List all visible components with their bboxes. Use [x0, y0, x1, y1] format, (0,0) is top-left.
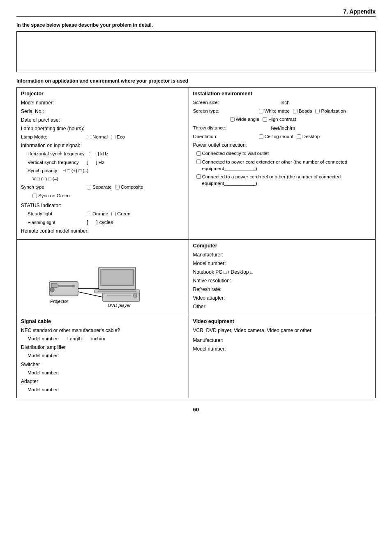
- page-header: 7. Appendix: [16, 8, 376, 17]
- dvd-label: DVD player: [108, 303, 131, 308]
- power-extender-label: Connected to power cord extender or othe…: [202, 159, 368, 172]
- throw-label: Throw distance:: [193, 125, 259, 132]
- info-section-label: Information on application and environme…: [16, 78, 376, 84]
- synch-green-label: Sync on Green: [38, 192, 70, 199]
- synch-polarity-h: H □ (+) □ (–): [62, 168, 88, 173]
- steady-light-row: Steady light Orange Green: [21, 210, 184, 217]
- screen-beads-input[interactable]: [293, 109, 297, 113]
- computer-notebook-row: Notebook PC □ / Desktop □: [193, 268, 371, 276]
- problem-section-label: In the space below please describe your …: [16, 22, 376, 28]
- orientation-ceiling-label: Ceiling mount: [265, 133, 293, 140]
- adapter-model-row: Model number:: [21, 386, 184, 393]
- switcher-model-label: Model number:: [28, 370, 59, 375]
- orientation-desktop-input[interactable]: [297, 134, 301, 139]
- remote-control-row: Remote control model number:: [21, 227, 184, 235]
- screen-polarization-input[interactable]: [315, 109, 320, 113]
- switcher-label: Switcher: [21, 361, 40, 368]
- problem-text-area[interactable]: [16, 31, 376, 72]
- svg-rect-1: [51, 284, 57, 288]
- diagram-panel: Projector PC DVD player: [16, 240, 189, 315]
- synch-separate-input[interactable]: [87, 185, 91, 189]
- power-outlet-row: Power outlet connection:: [193, 141, 371, 149]
- svg-rect-11: [134, 294, 137, 297]
- projector-panel: Projector Model number: Serial No.: Date…: [16, 87, 189, 240]
- switcher-row: Switcher: [21, 361, 184, 368]
- screen-wide-input[interactable]: [230, 117, 235, 122]
- power-reel-checkbox[interactable]: Connected to a power cord reel or other …: [196, 173, 368, 187]
- power-extender-row: Connected to power cord extender or othe…: [193, 159, 371, 172]
- synch-polarity-row: Synch polarity H □ (+) □ (–): [21, 167, 184, 174]
- orientation-ceiling-input[interactable]: [259, 134, 263, 139]
- video-manufacturer-label: Manufacturer:: [193, 337, 224, 344]
- synch-polarity-label: Synch polarity: [28, 168, 57, 173]
- lamp-mode-row: Lamp Mode: Normal Eco: [21, 134, 184, 141]
- adapter-label: Adapter: [21, 378, 38, 385]
- synch-composite-label: Composite: [121, 184, 143, 191]
- power-reel-input[interactable]: [196, 174, 201, 179]
- lamp-normal-input[interactable]: [87, 135, 91, 139]
- lamp-eco-input[interactable]: [111, 135, 115, 139]
- synch-green-input[interactable]: [32, 194, 37, 198]
- screen-wide-checkbox[interactable]: Wide angle: [230, 116, 260, 123]
- video-equipment-header: Video equipment: [193, 319, 371, 324]
- h-synch-row: Horizontal synch frequency [ ] kHz: [21, 150, 184, 157]
- screen-polarization-checkbox[interactable]: Polarization: [315, 108, 346, 115]
- orientation-label: Orientation:: [193, 133, 259, 140]
- v-synch-unit: Hz: [99, 160, 104, 165]
- synch-separate-checkbox[interactable]: Separate: [87, 184, 112, 191]
- installation-header: Installation environment: [193, 91, 371, 97]
- synch-type-row: Synch type Separate Composite: [21, 184, 184, 191]
- native-res-row: Native resolution:: [193, 277, 371, 284]
- top-section: Projector Model number: Serial No.: Date…: [16, 87, 376, 240]
- power-wall-checkbox[interactable]: Connected directly to wall outlet: [196, 150, 269, 157]
- nec-cable-label: NEC standard or other manufacturer's cab…: [21, 327, 120, 334]
- video-desc: VCR, DVD player, Video camera, Video gam…: [193, 327, 311, 334]
- screen-type-row2: Wide angle High contrast: [193, 116, 371, 123]
- svg-rect-8: [98, 291, 136, 292]
- orientation-row: Orientation: Ceiling mount Desktop: [193, 133, 371, 140]
- svg-rect-2: [58, 285, 75, 287]
- power-wall-label: Connected directly to wall outlet: [202, 150, 269, 157]
- power-extender-checkbox[interactable]: Connected to power cord extender or othe…: [196, 159, 368, 172]
- synch-composite-checkbox[interactable]: Composite: [115, 184, 143, 191]
- steady-orange-checkbox[interactable]: Orange: [87, 210, 108, 217]
- synch-green-checkbox[interactable]: Sync on Green: [32, 192, 70, 199]
- cable-length-label: Length:: [67, 335, 83, 342]
- computer-manufacturer-label: Manufacturer:: [193, 251, 224, 259]
- video-adapter-row: Video adapter:: [193, 294, 371, 302]
- date-label: Date of purchase:: [21, 116, 60, 124]
- bottom-section: Signal cable NEC standard or other manuf…: [16, 315, 376, 398]
- screen-high-checkbox[interactable]: High contrast: [263, 116, 296, 123]
- screen-high-input[interactable]: [263, 117, 267, 122]
- middle-section: Projector PC DVD player: [16, 240, 376, 315]
- screen-white-input[interactable]: [259, 109, 263, 113]
- chapter-title: 7. Appendix: [343, 8, 376, 15]
- orientation-ceiling-checkbox[interactable]: Ceiling mount: [259, 133, 293, 140]
- power-wall-input[interactable]: [196, 151, 201, 156]
- cable-length-unit: inch/m: [91, 335, 105, 342]
- diagram-container: Projector PC DVD player: [21, 245, 184, 310]
- screen-beads-checkbox[interactable]: Beads: [293, 108, 312, 115]
- steady-green-checkbox[interactable]: Green: [111, 210, 130, 217]
- steady-orange-label: Orange: [92, 210, 108, 217]
- steady-orange-input[interactable]: [87, 212, 91, 216]
- dist-model-row: Model number:: [21, 352, 184, 359]
- computer-model-label: Model number:: [193, 260, 226, 267]
- steady-green-input[interactable]: [111, 212, 116, 216]
- computer-manufacturer-row: Manufacturer:: [193, 251, 371, 259]
- computer-other-row: Other:: [193, 303, 371, 310]
- lamp-normal-checkbox[interactable]: Normal: [87, 134, 108, 141]
- synch-composite-input[interactable]: [115, 185, 120, 189]
- power-outlet-label: Power outlet connection:: [193, 141, 247, 149]
- power-extender-input[interactable]: [196, 159, 201, 164]
- orientation-desktop-checkbox[interactable]: Desktop: [297, 133, 320, 140]
- remote-label: Remote control model number:: [21, 227, 89, 235]
- screen-size-row: Screen size: inch: [193, 99, 371, 106]
- refresh-label: Refresh rate:: [193, 286, 221, 293]
- nec-cable-row: NEC standard or other manufacturer's cab…: [21, 327, 184, 334]
- screen-white-checkbox[interactable]: White matte: [259, 108, 290, 115]
- lamp-eco-checkbox[interactable]: Eco: [111, 134, 125, 141]
- throw-distance-row: Throw distance: feet/inch/m: [193, 125, 371, 132]
- dist-model-label: Model number:: [28, 353, 59, 358]
- serial-no-row: Serial No.:: [21, 108, 184, 115]
